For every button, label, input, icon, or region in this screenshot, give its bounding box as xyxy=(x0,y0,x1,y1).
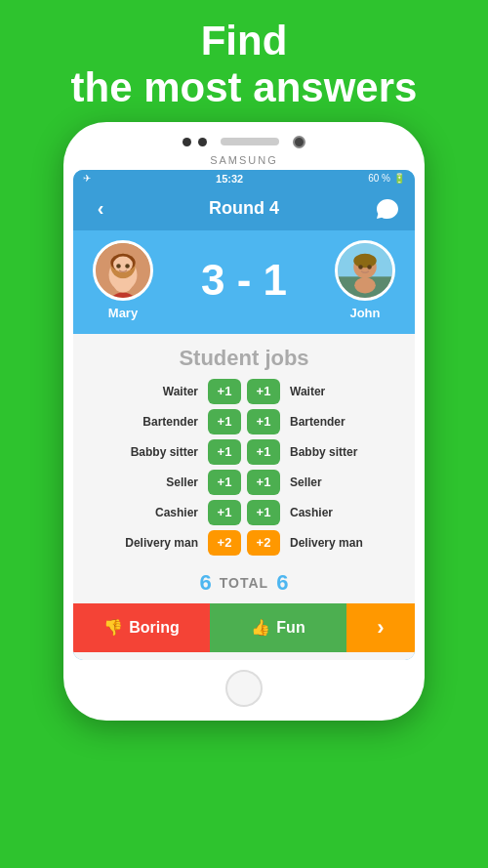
fun-icon: 👍 xyxy=(251,618,270,637)
status-battery-text: 60 % xyxy=(368,173,390,184)
answers-table: Waiter+1+1WaiterBartender+1+1BartenderBa… xyxy=(73,379,415,556)
svg-point-13 xyxy=(358,265,363,269)
answer-label-right: Bartender xyxy=(284,415,405,429)
answer-label-left: Seller xyxy=(83,475,204,489)
status-airplane-icon: ✈ xyxy=(83,173,91,184)
answer-label-left: Babby sitter xyxy=(83,445,204,459)
phone-bottom-bar xyxy=(73,670,415,707)
sensor-dot-1 xyxy=(183,138,191,146)
badge-right: +2 xyxy=(247,530,280,556)
badge-left: +1 xyxy=(208,470,241,495)
answer-row: Babby sitter+1+1Babby sitter xyxy=(83,439,405,465)
category-title: Student jobs xyxy=(73,346,415,371)
player-left-name: Mary xyxy=(108,306,138,320)
answer-label-right: Babby sitter xyxy=(284,445,405,459)
fun-label: Fun xyxy=(276,619,305,637)
headline-line2: the most answers xyxy=(71,64,418,110)
total-row: 6 TOTAL 6 xyxy=(73,560,415,603)
answer-label-right: Cashier xyxy=(284,506,405,519)
nav-bar: ‹ Round 4 xyxy=(73,187,415,230)
badge-left: +1 xyxy=(208,409,241,434)
earpiece-speaker xyxy=(221,138,279,145)
phone-screen: ✈ 15:32 60 % 🔋 ‹ Round 4 xyxy=(73,170,415,660)
boring-label: Boring xyxy=(129,619,180,637)
front-cameras xyxy=(183,138,207,146)
answer-row: Waiter+1+1Waiter xyxy=(83,379,405,404)
answer-row: Seller+1+1Seller xyxy=(83,470,405,495)
answer-label-right: Waiter xyxy=(284,385,405,398)
player-left: Mary xyxy=(93,240,153,320)
svg-point-12 xyxy=(353,253,376,267)
answer-row: Bartender+1+1Bartender xyxy=(83,409,405,434)
svg-point-6 xyxy=(125,264,130,269)
home-button[interactable] xyxy=(225,670,263,707)
badge-right: +1 xyxy=(247,439,280,465)
badge-right: +1 xyxy=(247,409,280,434)
samsung-brand: SAMSUNG xyxy=(73,154,415,166)
badge-right: +1 xyxy=(247,470,280,495)
avatar-mary xyxy=(93,240,153,301)
answer-label-left: Waiter xyxy=(83,385,204,398)
total-label: TOTAL xyxy=(220,575,268,591)
answer-row: Delivery man+2+2Delivery man xyxy=(83,530,405,556)
phone-top-sensors xyxy=(73,136,415,148)
next-icon: › xyxy=(377,615,384,641)
sensor-dot-2 xyxy=(198,138,207,146)
boring-icon: 👎 xyxy=(103,618,123,637)
boring-button[interactable]: 👎 Boring xyxy=(73,603,210,652)
badge-left: +1 xyxy=(208,500,241,525)
answer-label-left: Delivery man xyxy=(83,536,204,550)
svg-point-10 xyxy=(354,277,376,293)
next-button[interactable]: › xyxy=(346,603,415,652)
score-display: 3 - 1 xyxy=(201,256,287,305)
answer-label-right: Delivery man xyxy=(284,536,405,550)
svg-point-14 xyxy=(367,265,372,269)
badge-left: +1 xyxy=(208,439,241,465)
headline: Find the most answers xyxy=(71,18,418,112)
status-right-icons: 60 % 🔋 xyxy=(368,173,405,184)
badge-right: +1 xyxy=(247,500,280,525)
answer-label-left: Cashier xyxy=(83,506,204,519)
bottom-buttons: 👎 Boring 👍 Fun › xyxy=(73,603,415,652)
total-right: 6 xyxy=(276,570,288,596)
svg-point-5 xyxy=(116,264,121,269)
status-time: 15:32 xyxy=(216,173,243,185)
back-button[interactable]: ‹ xyxy=(87,195,114,223)
avatar-john xyxy=(335,240,395,301)
answer-label-right: Seller xyxy=(284,475,405,489)
fun-button[interactable]: 👍 Fun xyxy=(210,603,346,652)
status-battery-icon: 🔋 xyxy=(393,173,405,184)
headline-line1: Find xyxy=(201,18,288,63)
app-background: Find the most answers SAMSUNG ✈ 15:32 60… xyxy=(0,0,488,868)
answer-row: Cashier+1+1Cashier xyxy=(83,500,405,525)
player-right-name: John xyxy=(349,306,380,320)
chat-button[interactable] xyxy=(374,195,401,223)
total-left: 6 xyxy=(200,570,212,596)
answer-label-left: Bartender xyxy=(83,415,204,429)
front-camera xyxy=(293,136,305,148)
svg-point-4 xyxy=(113,256,133,271)
category-card: Student jobs Waiter+1+1WaiterBartender+1… xyxy=(73,334,415,660)
player-right: John xyxy=(335,240,395,320)
badge-left: +2 xyxy=(208,530,241,556)
score-section: Mary 3 - 1 xyxy=(73,230,415,334)
svg-point-7 xyxy=(114,278,132,292)
phone-shell: SAMSUNG ✈ 15:32 60 % 🔋 ‹ Round 4 xyxy=(63,122,425,721)
badge-left: +1 xyxy=(208,379,241,404)
badge-right: +1 xyxy=(247,379,280,404)
round-title: Round 4 xyxy=(209,198,279,219)
status-bar: ✈ 15:32 60 % 🔋 xyxy=(73,170,415,187)
